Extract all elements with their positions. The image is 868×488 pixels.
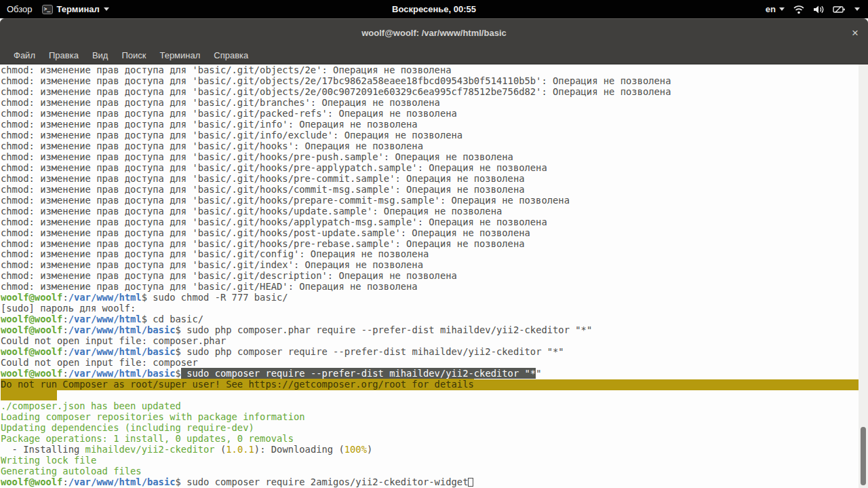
terminal-line: Do not run Composer as root/super user! … bbox=[1, 379, 868, 390]
terminal-cursor bbox=[468, 478, 473, 487]
terminal-line: chmod: изменение прав доступа для 'basic… bbox=[1, 282, 868, 293]
terminal-line: Could not open input file: composer bbox=[1, 358, 868, 369]
terminal-line: chmod: изменение прав доступа для 'basic… bbox=[1, 228, 868, 239]
terminal-line: chmod: изменение прав доступа для 'basic… bbox=[1, 141, 868, 152]
terminal-line: chmod: изменение прав доступа для 'basic… bbox=[1, 239, 868, 250]
terminal-output[interactable]: chmod: изменение прав доступа для 'basic… bbox=[0, 64, 868, 488]
terminal-line: chmod: изменение прав доступа для 'basic… bbox=[1, 87, 868, 98]
terminal-window: woolf@woolf: /var/www/html/basic × ФайлП… bbox=[0, 18, 868, 64]
volume-icon[interactable] bbox=[813, 5, 825, 14]
system-top-bar: Обзор >_ Терминал Воскресенье, 00:55 en bbox=[0, 0, 868, 18]
terminal-line: chmod: изменение прав доступа для 'basic… bbox=[1, 163, 868, 174]
terminal-line: chmod: изменение прав доступа для 'basic… bbox=[1, 217, 868, 228]
terminal-line: - Installing mihaildev/yii2-ckeditor (1.… bbox=[1, 445, 868, 455]
terminal-line: chmod: изменение прав доступа для 'basic… bbox=[1, 206, 868, 217]
terminal-line: woolf@woolf:/var/www/html/basic$ sudo co… bbox=[1, 477, 868, 488]
keyboard-layout-indicator[interactable]: en bbox=[766, 4, 785, 14]
terminal-line: chmod: изменение прав доступа для 'basic… bbox=[1, 119, 868, 130]
chevron-down-icon bbox=[779, 7, 785, 11]
terminal-line: ./composer.json has been updated bbox=[1, 401, 868, 412]
app-menu[interactable]: >_ Терминал bbox=[42, 4, 109, 14]
battery-icon[interactable] bbox=[833, 5, 846, 14]
wifi-icon[interactable] bbox=[793, 5, 805, 14]
terminal-line: chmod: изменение прав доступа для 'basic… bbox=[1, 185, 868, 195]
terminal-line: chmod: изменение прав доступа для 'basic… bbox=[1, 249, 868, 260]
window-title: woolf@woolf: /var/www/html/basic bbox=[361, 28, 506, 38]
chevron-down-icon bbox=[104, 7, 109, 11]
terminal-line: woolf@woolf:/var/www/html/basic$ sudo co… bbox=[1, 369, 868, 379]
terminal-app-icon: >_ bbox=[42, 5, 53, 14]
terminal-line: woolf@woolf:/var/www/html$ sudo chmod -R… bbox=[1, 293, 868, 303]
menu-bar: ФайлПравкаВидПоискТерминалСправка bbox=[0, 46, 868, 64]
activities-button[interactable]: Обзор bbox=[7, 4, 33, 14]
close-icon[interactable]: × bbox=[852, 19, 859, 47]
terminal-line: Loading composer repositories with packa… bbox=[1, 412, 868, 423]
terminal-line: Writing lock file bbox=[1, 455, 868, 466]
terminal-line: Package operations: 1 install, 0 updates… bbox=[1, 434, 868, 445]
terminal-line bbox=[1, 390, 868, 401]
system-menu-caret-icon[interactable] bbox=[854, 7, 860, 11]
terminal-line: chmod: изменение прав доступа для 'basic… bbox=[1, 98, 868, 109]
terminal-line: woolf@woolf:/var/www/html$ cd basic/ bbox=[1, 314, 868, 325]
terminal-line: Updating dependencies (including require… bbox=[1, 423, 868, 434]
terminal-line: chmod: изменение прав доступа для 'basic… bbox=[1, 260, 868, 271]
terminal-line: chmod: изменение прав доступа для 'basic… bbox=[1, 109, 868, 119]
desktop: Обзор >_ Терминал Воскресенье, 00:55 en bbox=[0, 0, 868, 488]
terminal-line: chmod: изменение прав доступа для 'basic… bbox=[1, 271, 868, 282]
terminal-line: chmod: изменение прав доступа для 'basic… bbox=[1, 76, 868, 87]
terminal-line: woolf@woolf:/var/www/html/basic$ sudo ph… bbox=[1, 347, 868, 358]
terminal-line: Generating autoload files bbox=[1, 466, 868, 477]
scrollbar-thumb[interactable] bbox=[861, 427, 866, 485]
terminal-line: [sudo] пароль для woolf: bbox=[1, 303, 868, 314]
terminal-line: chmod: изменение прав доступа для 'basic… bbox=[1, 152, 868, 163]
terminal-line: chmod: изменение прав доступа для 'basic… bbox=[1, 130, 868, 141]
terminal-line: woolf@woolf:/var/www/html/basic$ sudo ph… bbox=[1, 325, 868, 336]
terminal-line: chmod: изменение прав доступа для 'basic… bbox=[1, 174, 868, 185]
terminal-line: chmod: изменение прав доступа для 'basic… bbox=[1, 65, 868, 76]
window-titlebar[interactable]: woolf@woolf: /var/www/html/basic × bbox=[0, 18, 868, 46]
terminal-line: Could not open input file: composer.phar bbox=[1, 336, 868, 347]
menu-item-4[interactable]: Поиск bbox=[115, 48, 153, 63]
clock[interactable]: Воскресенье, 00:55 bbox=[0, 4, 868, 14]
menu-item-2[interactable]: Правка bbox=[42, 48, 85, 63]
menu-item-1[interactable]: Файл bbox=[7, 48, 42, 63]
scrollbar[interactable] bbox=[859, 64, 868, 488]
menu-item-5[interactable]: Терминал bbox=[153, 48, 207, 63]
keyboard-layout-label: en bbox=[766, 4, 776, 14]
app-menu-label: Терминал bbox=[57, 4, 100, 14]
menu-item-6[interactable]: Справка bbox=[207, 48, 255, 63]
menu-item-3[interactable]: Вид bbox=[85, 48, 115, 63]
terminal-line: chmod: изменение прав доступа для 'basic… bbox=[1, 195, 868, 206]
